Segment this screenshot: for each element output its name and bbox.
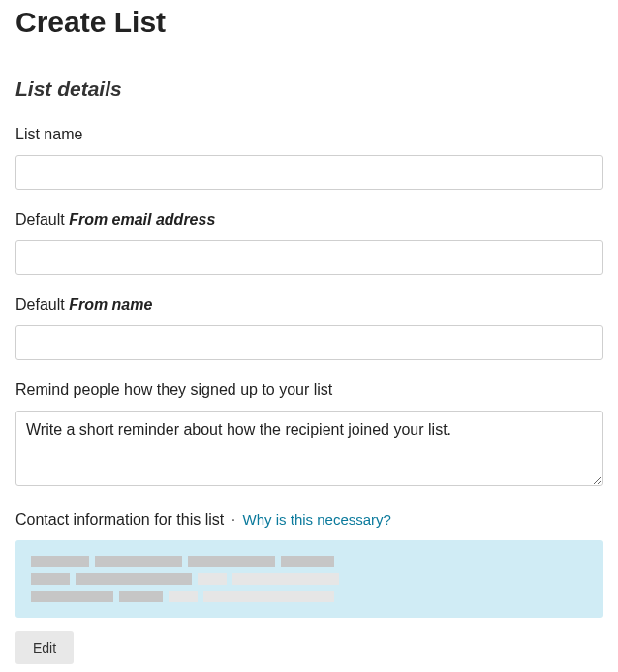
reminder-textarea[interactable] bbox=[15, 411, 603, 486]
contact-blur-block bbox=[188, 556, 275, 567]
contact-blur-line bbox=[31, 591, 587, 602]
contact-blur-block bbox=[198, 573, 227, 585]
contact-blur-block bbox=[95, 556, 182, 567]
contact-separator: · bbox=[232, 511, 235, 528]
contact-blur-block bbox=[31, 591, 113, 602]
from-email-label-italic: From email address bbox=[69, 211, 215, 228]
contact-info-label: Contact information for this list bbox=[15, 511, 224, 528]
contact-info-label-row: Contact information for this list · Why … bbox=[15, 511, 603, 529]
from-name-input[interactable] bbox=[15, 325, 603, 360]
from-email-label-prefix: Default bbox=[15, 211, 69, 228]
contact-help-link[interactable]: Why is this necessary? bbox=[243, 511, 391, 528]
contact-info-box bbox=[15, 540, 603, 618]
from-name-label-italic: From name bbox=[69, 296, 152, 313]
field-list-name: List name bbox=[15, 126, 603, 190]
reminder-label: Remind people how they signed up to your… bbox=[15, 382, 603, 399]
from-name-label-prefix: Default bbox=[15, 296, 69, 313]
contact-blur-block bbox=[203, 591, 334, 602]
contact-blur-line bbox=[31, 573, 587, 585]
contact-blur-block bbox=[76, 573, 192, 585]
field-reminder: Remind people how they signed up to your… bbox=[15, 382, 603, 490]
contact-blur-block bbox=[31, 556, 89, 567]
contact-blur-block bbox=[169, 591, 198, 602]
list-name-label: List name bbox=[15, 126, 603, 143]
field-from-name: Default From name bbox=[15, 296, 603, 360]
contact-blur-block bbox=[119, 591, 163, 602]
from-email-label: Default From email address bbox=[15, 211, 603, 229]
from-name-label: Default From name bbox=[15, 296, 603, 314]
edit-button[interactable]: Edit bbox=[15, 631, 74, 664]
from-email-input[interactable] bbox=[15, 240, 603, 275]
section-title-list-details: List details bbox=[15, 77, 603, 101]
page-title: Create List bbox=[15, 6, 603, 39]
contact-blur-block bbox=[232, 573, 339, 585]
contact-blur-block bbox=[281, 556, 334, 567]
field-from-email: Default From email address bbox=[15, 211, 603, 275]
contact-blur-line bbox=[31, 556, 587, 567]
contact-blur-block bbox=[31, 573, 70, 585]
list-name-input[interactable] bbox=[15, 155, 603, 190]
